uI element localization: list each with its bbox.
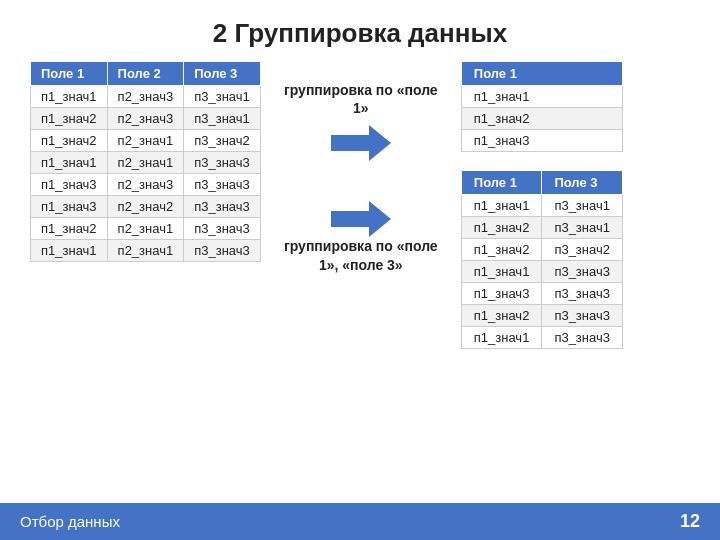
middle-section: группировка по «поле 1» группировка по «… (281, 61, 441, 282)
table-row: п1_знач2п2_знач3п3_знач1 (31, 108, 261, 130)
result-table-header: Поле 3 (542, 171, 623, 195)
main-content: Поле 1 Поле 2 Поле 3 п1_знач1п2_знач3п3_… (0, 61, 720, 349)
table-cell: п1_знач2 (31, 130, 108, 152)
table-row: п1_знач1п2_знач3п3_знач1 (31, 86, 261, 108)
group1-label: группировка по «поле 1» (281, 81, 441, 117)
table-cell: п1_знач2 (461, 217, 542, 239)
table-row: п1_знач3п2_знач3п3_знач3 (31, 174, 261, 196)
table-cell: п2_знач1 (107, 152, 184, 174)
table-row: п1_знач1п2_знач1п3_знач3 (31, 152, 261, 174)
footer-label: Отбор данных (20, 513, 120, 530)
table-row: п1_знач1п3_знач1 (461, 195, 622, 217)
page-title: 2 Группировка данных (0, 0, 720, 61)
table-cell: п3_знач3 (184, 240, 261, 262)
table-cell: п3_знач3 (184, 218, 261, 240)
table-cell: п3_знач3 (184, 152, 261, 174)
table-cell: п1_знач1 (31, 86, 108, 108)
table-cell: п2_знач1 (107, 218, 184, 240)
result-table-header: Поле 1 (461, 171, 542, 195)
table-cell: п3_знач3 (184, 196, 261, 218)
right-section: Поле 1 п1_знач1п1_знач2п1_знач3 Поле 1По… (461, 61, 623, 349)
table-cell: п3_знач1 (184, 108, 261, 130)
table-cell: п3_знач1 (184, 86, 261, 108)
table-cell: п3_знач3 (542, 261, 623, 283)
table-cell: п1_знач1 (461, 86, 622, 108)
table-cell: п1_знач1 (461, 195, 542, 217)
table-cell: п3_знач1 (542, 195, 623, 217)
table-row: п1_знач2п2_знач1п3_знач3 (31, 218, 261, 240)
table-cell: п3_знач3 (542, 327, 623, 349)
table-cell: п1_знач3 (461, 283, 542, 305)
table-row: п1_знач1п3_знач3 (461, 261, 622, 283)
table-row: п1_знач2п3_знач3 (461, 305, 622, 327)
page-footer: Отбор данных 12 (0, 503, 720, 540)
table-cell: п1_знач2 (461, 239, 542, 261)
table-cell: п2_знач3 (107, 108, 184, 130)
table-cell: п2_знач3 (107, 86, 184, 108)
table-row: п1_знач3п3_знач3 (461, 283, 622, 305)
table-cell: п1_знач3 (31, 174, 108, 196)
main-table: Поле 1 Поле 2 Поле 3 п1_знач1п2_знач3п3_… (30, 61, 261, 262)
table-row: п1_знач3п2_знач2п3_знач3 (31, 196, 261, 218)
table-cell: п3_знач2 (184, 130, 261, 152)
left-section: Поле 1 Поле 2 Поле 3 п1_знач1п2_знач3п3_… (30, 61, 261, 262)
group1-result-table: Поле 1 п1_знач1п1_знач2п1_знач3 (461, 61, 623, 152)
table-row: п1_знач1п2_знач1п3_знач3 (31, 240, 261, 262)
table-cell: п3_знач3 (542, 283, 623, 305)
table-cell: п3_знач3 (542, 305, 623, 327)
table-row: п1_знач1п3_знач3 (461, 327, 622, 349)
table-cell: п2_знач1 (107, 240, 184, 262)
table-cell: п1_знач2 (461, 108, 622, 130)
group1-arrow-area: группировка по «поле 1» (281, 81, 441, 161)
main-table-header-1: Поле 1 (31, 62, 108, 86)
result-table-header: Поле 1 (461, 62, 622, 86)
table-cell: п3_знач3 (184, 174, 261, 196)
table-cell: п3_знач2 (542, 239, 623, 261)
table-row: п1_знач2п3_знач2 (461, 239, 622, 261)
main-table-header-2: Поле 2 (107, 62, 184, 86)
page-number: 12 (680, 511, 700, 532)
table-cell: п1_знач2 (31, 108, 108, 130)
group2-label: группировка по «поле 1», «поле 3» (281, 237, 441, 273)
group2-result-table: Поле 1Поле 3 п1_знач1п3_знач1п1_знач2п3_… (461, 170, 623, 349)
table-cell: п2_знач3 (107, 174, 184, 196)
table-row: п1_знач3 (461, 130, 622, 152)
table-cell: п1_знач3 (461, 130, 622, 152)
arrow-right-2 (331, 201, 391, 237)
table-cell: п2_знач1 (107, 130, 184, 152)
table-row: п1_знач2 (461, 108, 622, 130)
table-cell: п1_знач2 (461, 305, 542, 327)
table-cell: п2_знач2 (107, 196, 184, 218)
table-row: п1_знач2п3_знач1 (461, 217, 622, 239)
main-table-header-3: Поле 3 (184, 62, 261, 86)
table-cell: п1_знач3 (31, 196, 108, 218)
table-row: п1_знач2п2_знач1п3_знач2 (31, 130, 261, 152)
table-cell: п3_знач1 (542, 217, 623, 239)
table-cell: п1_знач1 (461, 327, 542, 349)
table-cell: п1_знач2 (31, 218, 108, 240)
table-row: п1_знач1 (461, 86, 622, 108)
group2-arrow-area: группировка по «поле 1», «поле 3» (281, 201, 441, 281)
table-cell: п1_знач1 (461, 261, 542, 283)
table-cell: п1_знач1 (31, 240, 108, 262)
arrow-right-1 (331, 125, 391, 161)
table-cell: п1_знач1 (31, 152, 108, 174)
